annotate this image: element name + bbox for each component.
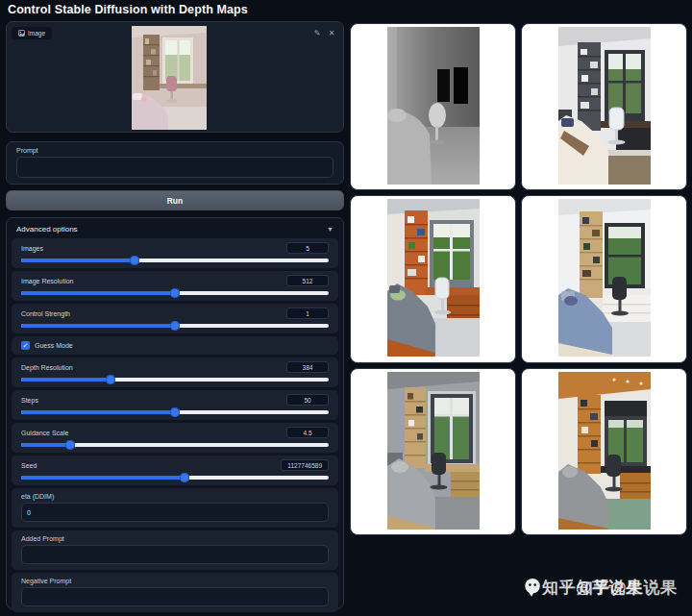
generated-bedroom-orange-shelf-image: [387, 199, 480, 357]
added-prompt-input[interactable]: [21, 545, 329, 564]
run-button[interactable]: Run: [6, 190, 344, 210]
slider-track[interactable]: [21, 291, 329, 295]
slider-value-input[interactable]: 4.5: [286, 427, 329, 438]
chevron-down-icon: ▼: [327, 226, 334, 233]
pink-bedroom-photo-image: [132, 26, 207, 130]
edit-image-button[interactable]: ✎: [311, 27, 323, 38]
slider-group-steps: Steps 50: [12, 390, 338, 420]
pencil-icon: ✎: [314, 29, 321, 37]
result-gallery: [350, 23, 687, 535]
guess-mode-row: ✓ Guess Mode: [12, 336, 338, 355]
slider-label: Depth Resolution: [21, 364, 73, 371]
slider-group-image-resolution: Image Resolution 512: [12, 271, 338, 301]
generated-bedroom-blue-bed-image: [558, 199, 651, 357]
advanced-options-title: Advanced options: [16, 225, 78, 234]
slider-label: Guidance Scale: [21, 430, 68, 436]
watermark-text-front: 知乎@生说果: [577, 577, 678, 599]
check-icon: ✓: [23, 342, 29, 349]
image-icon: [18, 30, 25, 37]
guess-mode-checkbox[interactable]: ✓: [21, 341, 30, 350]
slider-value-input[interactable]: 1: [286, 308, 329, 319]
slider-value-input[interactable]: 512: [286, 275, 329, 286]
slider-group-guidance-scale: Guidance Scale 4.5: [12, 423, 338, 453]
negative-prompt-group: Negative Prompt: [12, 573, 338, 612]
image-input-label: Image: [28, 30, 45, 37]
page-title: Control Stable Diffusion with Depth Maps: [8, 3, 248, 16]
slider-group-images: Images 5: [12, 238, 338, 268]
guess-mode-label: Guess Mode: [35, 342, 73, 349]
added-prompt-label: Added Prompt: [21, 535, 329, 542]
depth-map-image: [387, 27, 480, 185]
slider-value-input[interactable]: 50: [286, 394, 329, 406]
generated-bedroom-orange-ceiling-image: [558, 372, 651, 530]
slider-handle[interactable]: [106, 375, 115, 384]
slider-track[interactable]: [21, 410, 329, 414]
close-icon: ✕: [329, 29, 335, 37]
chat-bubble-icon: [523, 578, 543, 599]
eta-label: eta (DDIM): [21, 493, 329, 500]
slider-track[interactable]: [21, 259, 329, 262]
slider-label: Seed: [21, 462, 37, 469]
eta-field-group: eta (DDIM): [12, 488, 338, 528]
advanced-options-header[interactable]: Advanced options ▼: [7, 218, 343, 238]
generated-bedroom-gray-image: [387, 372, 480, 530]
gallery-item-depth-map[interactable]: [350, 23, 516, 190]
slider-group-control-strength: Control Strength 1: [12, 304, 338, 333]
prompt-label: Prompt: [16, 147, 334, 154]
slider-value-input[interactable]: 384: [286, 361, 329, 373]
prompt-input[interactable]: [16, 157, 334, 178]
slider-handle[interactable]: [130, 256, 139, 265]
generated-bedroom-dark-shelf-image: [558, 27, 651, 185]
slider-handle[interactable]: [170, 407, 180, 417]
gallery-item-generated-2[interactable]: [350, 195, 516, 362]
slider-label: Image Resolution: [21, 278, 73, 284]
clear-image-button[interactable]: ✕: [326, 27, 337, 38]
slider-label: Steps: [21, 397, 38, 404]
slider-handle[interactable]: [180, 473, 189, 482]
slider-handle[interactable]: [65, 440, 75, 450]
slider-group-depth-resolution: Depth Resolution 384: [12, 357, 338, 387]
slider-label: Images: [21, 245, 43, 252]
slider-handle[interactable]: [170, 288, 180, 298]
added-prompt-group: Added Prompt: [12, 530, 338, 570]
eta-input[interactable]: [21, 503, 329, 522]
slider-group-seed: Seed 1127746589: [12, 456, 338, 485]
negative-prompt-input[interactable]: [21, 587, 329, 606]
slider-track[interactable]: [21, 324, 329, 328]
image-input-badge: Image: [12, 27, 52, 39]
slider-track[interactable]: [21, 443, 329, 447]
uploaded-input-photo[interactable]: [132, 26, 207, 130]
image-input-component[interactable]: Image ✎ ✕: [6, 21, 344, 133]
gallery-item-generated-1[interactable]: [521, 23, 687, 190]
watermark: 知乎@芋说果 知乎@生说果: [523, 576, 688, 601]
slider-value-input[interactable]: 1127746589: [281, 459, 329, 471]
prompt-section: Prompt: [6, 141, 344, 185]
slider-label: Control Strength: [21, 310, 70, 317]
advanced-options-accordion: Advanced options ▼ Images 5 Image Resolu…: [6, 217, 344, 609]
gallery-item-generated-5[interactable]: [521, 368, 687, 535]
watermark-text-back: 知乎@芋说果: [542, 577, 643, 599]
slider-track[interactable]: [21, 476, 329, 480]
slider-handle[interactable]: [170, 321, 180, 331]
gallery-item-generated-4[interactable]: [350, 368, 516, 535]
gallery-item-generated-3[interactable]: [521, 195, 687, 362]
negative-prompt-label: Negative Prompt: [21, 578, 329, 584]
slider-value-input[interactable]: 5: [286, 242, 329, 254]
slider-track[interactable]: [21, 378, 329, 382]
